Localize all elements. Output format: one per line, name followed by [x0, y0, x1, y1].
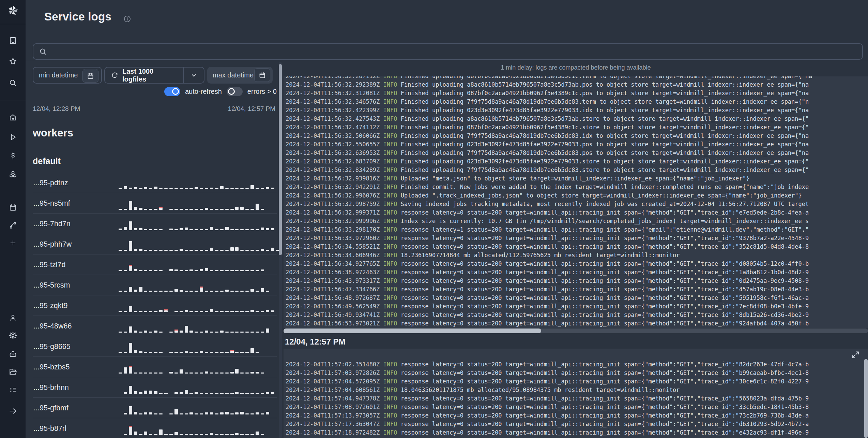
- spark-bar[interactable]: [261, 228, 264, 230]
- spark-bar[interactable]: [159, 229, 163, 230]
- spark-bar[interactable]: [180, 392, 183, 394]
- worker-row[interactable]: ...95-tzl7d: [33, 254, 277, 275]
- spark-bar[interactable]: [235, 433, 239, 435]
- spark-bar[interactable]: [240, 434, 244, 435]
- spark-bar[interactable]: [159, 352, 163, 353]
- spark-bar[interactable]: [180, 311, 183, 312]
- spark-bar[interactable]: [200, 269, 203, 271]
- spark-bar[interactable]: [139, 311, 142, 312]
- log-panel-2-scrollbar[interactable]: [864, 350, 868, 438]
- spark-bar[interactable]: [129, 241, 132, 251]
- spark-bar[interactable]: [124, 186, 127, 189]
- spark-bar[interactable]: [235, 291, 239, 292]
- spark-bar[interactable]: [220, 352, 224, 353]
- spark-bar[interactable]: [185, 228, 188, 230]
- spark-bar[interactable]: [139, 351, 142, 353]
- spark-bar[interactable]: [235, 392, 239, 394]
- spark-bar[interactable]: [134, 412, 137, 414]
- spark-bar[interactable]: [144, 291, 147, 292]
- spark-bar[interactable]: [180, 188, 183, 189]
- spark-bar[interactable]: [266, 291, 269, 292]
- spark-bar[interactable]: [154, 187, 157, 189]
- spark-bar[interactable]: [129, 287, 132, 292]
- spark-bar[interactable]: [250, 348, 254, 353]
- spark-bar[interactable]: [256, 250, 259, 251]
- spark-bar[interactable]: [139, 332, 142, 333]
- spark-bar[interactable]: [261, 393, 264, 394]
- spark-bar[interactable]: [225, 373, 229, 374]
- spark-bar[interactable]: [205, 291, 208, 292]
- spark-bar[interactable]: [240, 291, 244, 292]
- spark-bar[interactable]: [124, 352, 127, 353]
- spark-bar[interactable]: [210, 433, 213, 435]
- spark-bar[interactable]: [200, 250, 203, 251]
- worker-row[interactable]: ...95-pdtnz: [33, 173, 277, 193]
- spark-bar[interactable]: [230, 393, 234, 394]
- spark-bar[interactable]: [180, 434, 183, 435]
- spark-bar[interactable]: [189, 229, 193, 230]
- spark-bar[interactable]: [200, 373, 203, 374]
- spark-bar[interactable]: [189, 250, 193, 251]
- spark-bar[interactable]: [124, 413, 127, 414]
- spark-bar[interactable]: [205, 434, 208, 435]
- spark-bar[interactable]: [261, 332, 264, 333]
- spark-bar[interactable]: [185, 291, 188, 292]
- spark-bar[interactable]: [240, 250, 244, 251]
- spark-bar[interactable]: [256, 188, 259, 189]
- routes-flow-icon[interactable]: [9, 221, 17, 230]
- workspace-building-icon[interactable]: [9, 36, 17, 45]
- spark-bar[interactable]: [200, 413, 203, 414]
- spark-bar[interactable]: [210, 291, 213, 292]
- spark-bar[interactable]: [256, 432, 259, 435]
- worker-row[interactable]: ...95-bzbs5: [33, 357, 277, 377]
- search-bar[interactable]: [33, 43, 863, 60]
- spark-bar[interactable]: [266, 310, 269, 312]
- spark-bar[interactable]: [159, 250, 163, 251]
- spark-bar[interactable]: [159, 413, 163, 414]
- spark-bar[interactable]: [119, 250, 122, 251]
- spark-bar[interactable]: [220, 311, 224, 312]
- spark-bar[interactable]: [169, 250, 173, 251]
- spark-bar[interactable]: [119, 332, 122, 333]
- spark-bar[interactable]: [230, 311, 234, 312]
- spark-bar[interactable]: [174, 250, 178, 251]
- spark-bar[interactable]: [256, 229, 259, 230]
- spark-bar[interactable]: [256, 311, 259, 312]
- spark-bar[interactable]: [215, 291, 218, 292]
- spark-bar[interactable]: [215, 188, 218, 189]
- spark-bar[interactable]: [200, 332, 203, 333]
- spark-bar[interactable]: [205, 331, 208, 333]
- spark-bar[interactable]: [169, 332, 173, 333]
- spark-bar[interactable]: [250, 413, 254, 414]
- logfiles-chevron-button[interactable]: [183, 68, 204, 83]
- spark-bar[interactable]: [164, 309, 168, 312]
- spark-bar[interactable]: [250, 289, 254, 292]
- spark-bar[interactable]: [256, 332, 259, 333]
- spark-bar[interactable]: [261, 288, 264, 292]
- spark-bar[interactable]: [240, 412, 244, 414]
- spark-bar[interactable]: [164, 434, 168, 435]
- spark-bar[interactable]: [230, 434, 234, 435]
- spark-bar[interactable]: [235, 229, 239, 230]
- spark-bar[interactable]: [174, 432, 178, 435]
- spark-bar[interactable]: [245, 434, 249, 435]
- spark-bar[interactable]: [230, 270, 234, 271]
- spark-bar[interactable]: [195, 209, 198, 210]
- spark-bar[interactable]: [174, 229, 178, 230]
- spark-bar[interactable]: [159, 291, 163, 292]
- spark-bar[interactable]: [174, 392, 178, 394]
- spark-bar[interactable]: [159, 393, 163, 394]
- spark-bar[interactable]: [139, 228, 142, 230]
- spark-bar[interactable]: [129, 426, 132, 435]
- worker-row[interactable]: ...95-b87rl: [33, 418, 277, 438]
- spark-bar[interactable]: [266, 228, 269, 230]
- spark-bar[interactable]: [134, 432, 137, 435]
- spark-bar[interactable]: [195, 311, 198, 312]
- spark-bar[interactable]: [154, 250, 157, 251]
- schedules-calendar-icon[interactable]: [9, 203, 17, 211]
- spark-bar[interactable]: [180, 369, 183, 374]
- worker-row[interactable]: ...95-ns5mf: [33, 193, 277, 214]
- spark-bar[interactable]: [139, 188, 142, 189]
- spark-bar[interactable]: [225, 332, 229, 333]
- spark-bar[interactable]: [215, 373, 218, 374]
